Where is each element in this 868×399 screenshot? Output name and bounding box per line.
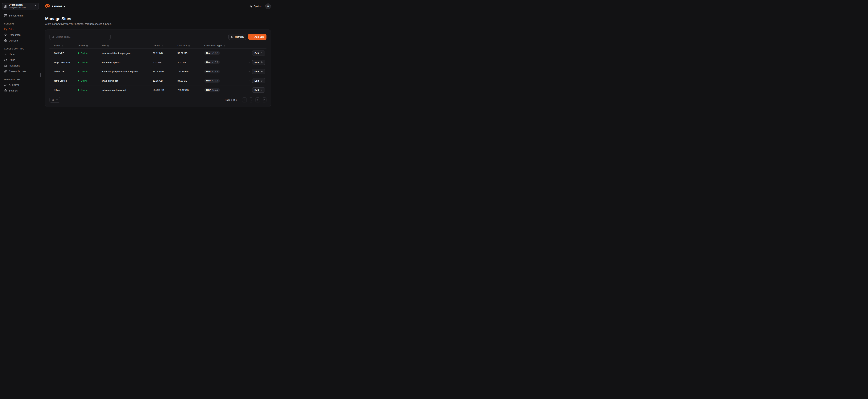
waypoints-icon [4,33,7,36]
sidebar-section-access-control: ACCESS CONTROL [4,48,37,50]
sidebar-item-label: Resources [9,33,21,36]
last-page-button[interactable] [262,97,267,102]
edit-button[interactable]: Edit [252,78,265,83]
sidebar-item-label: Invitations [9,64,20,67]
sidebar-section-general: GENERAL [4,23,37,25]
sidebar-item-server-admin[interactable]: Server Admin [2,13,39,19]
row-menu-button[interactable] [247,88,251,92]
cell-data-in: 5.00 MB [153,61,178,64]
column-header-data-out[interactable]: Data Out [178,44,204,47]
ellipsis-icon [248,61,250,64]
search-input[interactable] [56,35,108,38]
badge-type: Newt [206,80,211,82]
status-label: Online [81,89,88,91]
key-icon [4,84,7,86]
sidebar-item-resources[interactable]: Resources [2,32,39,38]
cell-site: fortunate-cape-fox [101,61,153,64]
row-menu-button[interactable] [247,69,251,74]
edit-button-label: Edit [254,80,259,82]
sidebar-item-domains[interactable]: Domains [2,38,39,43]
org-selector-value: milo@fossorial.io's ... [9,6,33,9]
edit-button-label: Edit [254,52,259,55]
moon-icon [250,5,253,8]
column-header-online[interactable]: Online [78,44,101,47]
status-badge: Online [78,52,101,55]
edit-button-label: Edit [254,61,259,64]
brand-logo[interactable]: PANGOLIN [45,4,65,9]
chevrons-up-down-icon [34,5,37,7]
status-label: Online [81,61,88,64]
badge-type: Newt [206,70,211,73]
sidebar-item-shareable-links[interactable]: Shareable Links [2,68,39,74]
column-header-site[interactable]: Site [101,44,153,47]
sidebar-item-sites[interactable]: Sites [2,26,39,32]
search-icon [52,36,54,38]
cell-name: Edge Device 01 [54,61,78,64]
column-header-connection-type[interactable]: Connection Type [204,44,247,47]
row-menu-button[interactable] [247,60,251,65]
page-size-select[interactable]: 20 [50,97,60,103]
sidebar-item-label: Server Admin [9,14,24,17]
cell-data-in: 112.42 GB [153,70,178,73]
sort-icon [107,44,109,47]
add-site-button[interactable]: Add Site [248,34,267,40]
user-icon [4,53,7,56]
chevrons-right-icon [263,99,266,101]
cell-data-out: 52.02 MB [178,52,204,55]
sidebar-item-api-keys[interactable]: API Keys [2,82,39,88]
refresh-button[interactable]: Refresh [228,34,246,40]
row-menu-button[interactable] [247,51,251,55]
page-title: Manage Sites [45,16,271,21]
sidebar-item-settings[interactable]: Settings [2,88,39,93]
edit-button[interactable]: Edit [252,87,265,93]
refresh-icon [231,36,234,38]
chevron-down-icon [56,99,58,101]
column-header-data-in[interactable]: Data In [153,44,178,47]
sidebar: Organization milo@fossorial.io's ... Ser… [0,0,41,123]
online-dot-icon [78,89,79,91]
sites-card: Refresh Add Site Name Online [45,30,271,107]
row-menu-button[interactable] [247,79,251,83]
cell-data-out: 141.68 GB [178,70,204,73]
cell-data-in: 12.65 GB [153,80,178,82]
avatar[interactable]: M [265,3,271,9]
sort-icon [86,44,88,47]
next-page-button[interactable] [255,97,260,102]
badge-type: Newt [206,61,211,64]
prev-page-button[interactable] [249,97,253,102]
cell-name: Home Lab [54,70,78,73]
status-label: Online [81,80,88,82]
add-site-button-label: Add Site [254,36,264,38]
first-page-button[interactable] [242,97,247,102]
column-header-name[interactable]: Name [54,44,78,47]
arrow-right-icon [260,80,263,82]
sidebar-item-roles[interactable]: Roles [2,57,39,63]
cell-site: vivacious-little-blue-penguin [101,52,153,55]
combine-icon [4,28,7,31]
sidebar-item-users[interactable]: Users [2,51,39,57]
sidebar-item-label: Roles [9,59,15,61]
sidebar-item-label: Users [9,53,15,56]
org-selector[interactable]: Organization milo@fossorial.io's ... [2,3,39,10]
cell-data-in: 534.98 GB [153,89,178,91]
theme-toggle[interactable]: System [250,5,262,8]
connection-type-badge: Newt v1.3.2 [204,79,220,83]
sidebar-scrollbar[interactable] [40,73,41,77]
edit-button[interactable]: Edit [252,60,265,65]
ellipsis-icon [248,52,250,55]
sidebar-item-invitations[interactable]: Invitations [2,63,39,68]
status-badge: Online [78,89,101,91]
chevrons-left-icon [243,99,246,101]
gear-icon [4,89,7,92]
org-selector-label: Organization [9,3,33,6]
sort-icon [223,44,225,47]
edit-button[interactable]: Edit [252,51,265,56]
sidebar-item-label: API Keys [9,84,19,86]
sort-icon [162,44,164,47]
online-dot-icon [78,71,79,72]
badge-type: Newt [206,89,211,91]
edit-button[interactable]: Edit [252,69,265,74]
connection-type-badge: Newt v1.3.2 [204,51,220,55]
badge-version: v1.3.2 [212,80,218,82]
table-row: Office Online welcome-giant-mole-rat 534… [50,85,267,94]
